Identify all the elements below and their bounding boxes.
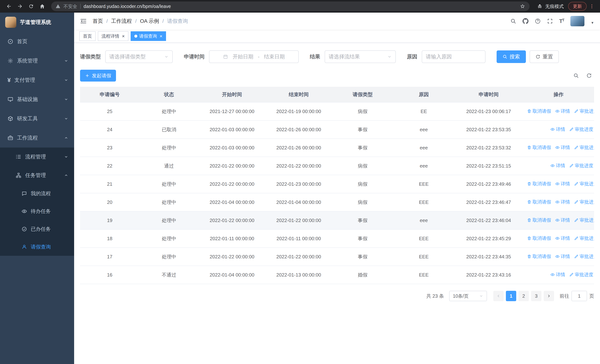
cell-leave_type: 事假 xyxy=(332,211,393,229)
page-3-button[interactable]: 3 xyxy=(531,291,542,301)
sidebar-item-label: 支付管理 xyxy=(14,76,35,84)
goto-page-input[interactable] xyxy=(572,291,587,301)
reset-button[interactable]: 重置 xyxy=(530,50,559,63)
breadcrumb-item-1[interactable]: 工作流程 xyxy=(111,18,132,25)
action-detail[interactable]: 详情 xyxy=(555,199,570,205)
avatar[interactable] xyxy=(570,16,584,26)
sidebar-item-11[interactable]: 请假查询 xyxy=(0,238,74,256)
security-label[interactable]: 不安全 xyxy=(63,3,77,9)
action-detail[interactable]: 详情 xyxy=(550,163,565,169)
refresh-table-icon[interactable] xyxy=(586,73,592,78)
action-cancel[interactable]: 取消请假 xyxy=(527,217,551,223)
help-icon[interactable] xyxy=(535,18,541,24)
page-size-select[interactable]: 10条/页 xyxy=(449,291,487,301)
action-progress[interactable]: 审批进度 xyxy=(574,235,594,241)
address-bar[interactable]: 不安全 dashboard.yudao.iocoder.cn/bpm/oa/le… xyxy=(51,1,530,11)
page-1-button[interactable]: 1 xyxy=(506,291,516,301)
bookmark-star-icon[interactable] xyxy=(520,4,525,9)
action-progress[interactable]: 审批进度 xyxy=(574,217,594,223)
edit-icon xyxy=(574,145,579,150)
action-cancel[interactable]: 取消请假 xyxy=(527,108,551,114)
close-tab-icon[interactable]: × xyxy=(159,34,162,38)
page-2-button[interactable]: 2 xyxy=(518,291,529,301)
reload-icon[interactable] xyxy=(26,1,36,11)
cell-apply_time: 2022-01-22 23:43:16 xyxy=(454,266,523,284)
sidebar-item-10[interactable]: 已办任务 xyxy=(0,220,74,238)
breadcrumb-item-3[interactable]: 请假查询 xyxy=(167,18,188,25)
leave-type-placeholder: 请选择请假类型 xyxy=(109,53,146,60)
sidebar-item-0[interactable]: 首页 xyxy=(0,32,74,51)
fullscreen-icon[interactable] xyxy=(547,18,553,24)
github-icon[interactable] xyxy=(523,18,528,24)
action-cancel[interactable]: 取消请假 xyxy=(527,235,551,241)
browser-menu-icon[interactable] xyxy=(587,2,596,11)
action-detail[interactable]: 详情 xyxy=(555,217,570,223)
action-detail[interactable]: 详情 xyxy=(550,126,565,132)
leave-type-select[interactable]: 请选择请假类型 xyxy=(105,50,173,63)
action-progress[interactable]: 审批进度 xyxy=(574,144,594,150)
update-button[interactable]: 更新 xyxy=(568,2,587,11)
apply-time-range-picker[interactable]: 开始日期 - 结束日期 xyxy=(209,50,299,63)
action-progress[interactable]: 审批进度 xyxy=(574,253,594,260)
action-detail[interactable]: 详情 xyxy=(550,271,565,278)
edit-icon xyxy=(574,109,579,113)
collapse-sidebar-icon[interactable] xyxy=(80,18,87,24)
app-logo[interactable]: 芋道管理系统 xyxy=(0,13,74,32)
home-icon[interactable] xyxy=(37,1,47,11)
search-button[interactable]: 搜索 xyxy=(497,50,526,63)
table-row: 20处理中2022-01-04 00:00:002022-01-04 00:00… xyxy=(80,193,594,211)
reason-input[interactable] xyxy=(426,54,481,60)
action-cancel[interactable]: 取消请假 xyxy=(527,144,551,150)
eye-icon xyxy=(550,163,555,168)
action-detail[interactable]: 详情 xyxy=(555,108,570,114)
action-progress[interactable]: 审批进度 xyxy=(574,199,594,205)
font-size-icon[interactable]: TT xyxy=(559,18,564,24)
next-page-button[interactable] xyxy=(544,291,554,301)
back-icon[interactable] xyxy=(4,1,14,11)
action-cancel[interactable]: 取消请假 xyxy=(527,199,551,205)
sidebar-item-label: 研发工具 xyxy=(17,115,38,122)
sidebar-item-9[interactable]: 待办任务 xyxy=(0,202,74,220)
tab-1[interactable]: 流程详情× xyxy=(98,31,128,41)
forward-icon[interactable] xyxy=(15,1,25,11)
action-detail[interactable]: 详情 xyxy=(555,235,570,241)
breadcrumb-separator: / xyxy=(106,18,108,24)
url-text[interactable]: dashboard.yudao.iocoder.cn/bpm/oa/leave xyxy=(84,4,171,9)
sidebar-item-6[interactable]: 流程管理 xyxy=(0,148,74,166)
toggle-search-icon[interactable] xyxy=(573,73,579,78)
result-select[interactable]: 请选择流结果 xyxy=(325,50,396,63)
action-detail[interactable]: 详情 xyxy=(555,253,570,260)
action-progress[interactable]: 审批进度 xyxy=(574,181,594,187)
tab-2[interactable]: 请假查询× xyxy=(131,31,166,41)
sidebar-item-8[interactable]: 我的流程 xyxy=(0,185,74,202)
cell-reason: EEE xyxy=(393,266,454,284)
sidebar-item-2[interactable]: ¥支付管理 xyxy=(0,70,74,90)
breadcrumb-item-0[interactable]: 首页 xyxy=(93,18,103,25)
search-icon[interactable] xyxy=(510,18,516,24)
sidebar-item-3[interactable]: 基础设施 xyxy=(0,90,74,109)
action-progress[interactable]: 审批进度 xyxy=(569,126,593,132)
action-detail[interactable]: 详情 xyxy=(555,144,570,150)
sidebar-item-5[interactable]: 工作流程 xyxy=(0,128,74,148)
action-progress[interactable]: 审批进度 xyxy=(569,271,593,278)
action-detail[interactable]: 详情 xyxy=(555,181,570,187)
action-cancel[interactable]: 取消请假 xyxy=(527,181,551,187)
sidebar-item-4[interactable]: 研发工具 xyxy=(0,109,74,128)
prev-page-button[interactable] xyxy=(493,291,504,301)
tab-0[interactable]: 首页 xyxy=(79,31,96,41)
close-tab-icon[interactable]: × xyxy=(122,34,125,38)
action-cancel[interactable]: 取消请假 xyxy=(527,253,551,260)
action-progress[interactable]: 审批进度 xyxy=(574,108,594,114)
home-house-icon xyxy=(39,3,45,9)
incognito-profile-chip[interactable]: 无痕模式 xyxy=(533,3,567,9)
app-title: 芋道管理系统 xyxy=(20,19,51,26)
breadcrumb-item-2[interactable]: OA 示例 xyxy=(140,18,159,25)
table-row: 24已取消2022-01-03 00:00:002022-01-26 00:00… xyxy=(80,121,594,139)
cell-apply_time: 2022-01-22 23:51:15 xyxy=(454,157,523,175)
action-progress[interactable]: 审批进度 xyxy=(569,163,593,169)
sidebar-item-7[interactable]: 任务管理 xyxy=(0,166,74,185)
sidebar-item-1[interactable]: 系统管理 xyxy=(0,51,74,70)
list-icon xyxy=(16,154,21,160)
chevron-down-icon[interactable]: ▼ xyxy=(591,21,594,25)
create-leave-button[interactable]: 发起请假 xyxy=(80,70,116,82)
